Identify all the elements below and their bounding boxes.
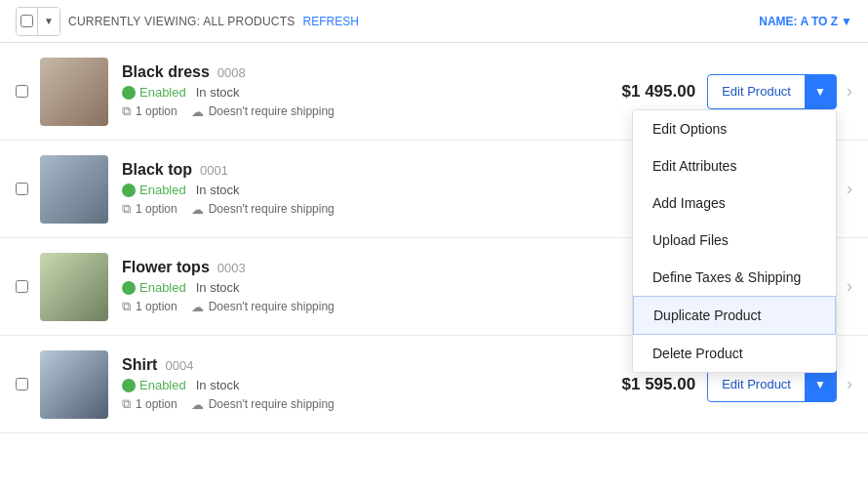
product-shipping: ☁ Doesn't require shipping — [191, 104, 335, 119]
status-dot-icon — [122, 281, 136, 295]
product-status: Enabled — [122, 183, 186, 197]
dropdown-item-edit-attributes[interactable]: Edit Attributes — [633, 147, 836, 184]
product-code: 0003 — [217, 261, 246, 275]
edit-product-dropdown-toggle[interactable]: ▼ — [805, 75, 836, 108]
dropdown-item-define-taxes[interactable]: Define Taxes & Shipping — [633, 259, 836, 296]
status-dot-icon — [122, 184, 136, 197]
edit-product-button[interactable]: Edit Product — [708, 77, 805, 105]
shipping-icon: ☁ — [191, 202, 204, 217]
product-image — [40, 58, 108, 126]
table-row: Black dress 0008 Enabled In stock ⧉ 1 op… — [0, 43, 868, 141]
edit-product-button[interactable]: Edit Product — [708, 370, 805, 398]
product-shipping: ☁ Doesn't require shipping — [191, 300, 335, 314]
dropdown-item-upload-files[interactable]: Upload Files — [633, 222, 836, 259]
shipping-label: Doesn't require shipping — [209, 397, 335, 411]
product-info: Flower tops 0003 Enabled In stock ⧉ 1 op… — [122, 259, 677, 314]
dropdown-item-add-images[interactable]: Add Images — [633, 184, 836, 222]
product-shipping: ☁ Doesn't require shipping — [191, 202, 335, 217]
top-bar: ▼ CURRENTLY VIEWING: ALL PRODUCTS REFRES… — [0, 0, 868, 43]
product-code: 0008 — [217, 65, 246, 80]
product-image — [40, 253, 108, 321]
top-bar-left: ▼ CURRENTLY VIEWING: ALL PRODUCTS REFRES… — [16, 7, 359, 36]
product-options: ⧉ 1 option — [122, 103, 178, 119]
product-image — [40, 155, 108, 224]
row-chevron-icon[interactable]: › — [847, 276, 852, 297]
options-icon: ⧉ — [122, 396, 131, 412]
refresh-link[interactable]: REFRESH — [303, 15, 359, 28]
options-icon: ⧉ — [122, 103, 131, 119]
options-label: 1 option — [136, 104, 178, 118]
product-info: Shirt 0004 Enabled In stock ⧉ 1 option ☁… — [122, 356, 622, 412]
select-all-input[interactable] — [20, 15, 33, 27]
edit-button-group: Edit Product ▼ Edit Options Edit Attribu… — [707, 74, 837, 109]
edit-product-dropdown-toggle[interactable]: ▼ — [805, 368, 836, 401]
row-chevron-icon[interactable]: › — [847, 81, 852, 102]
row-checkbox[interactable] — [16, 378, 28, 390]
row-checkbox[interactable] — [16, 280, 28, 293]
row-chevron-icon[interactable]: › — [847, 374, 852, 394]
product-code: 0001 — [200, 163, 228, 178]
product-stock: In stock — [196, 85, 240, 100]
product-options: ⧉ 1 option — [122, 201, 178, 217]
product-stock: In stock — [196, 378, 240, 392]
product-name: Flower tops — [122, 259, 210, 276]
dropdown-item-edit-options[interactable]: Edit Options — [633, 110, 836, 147]
product-code: 0004 — [165, 358, 193, 373]
options-icon: ⧉ — [122, 201, 131, 217]
shipping-label: Doesn't require shipping — [209, 300, 335, 313]
sort-button[interactable]: NAME: A TO Z ▼ — [759, 15, 852, 28]
product-stock: In stock — [196, 183, 240, 197]
shipping-icon: ☁ — [191, 300, 204, 314]
status-dot-icon — [122, 86, 136, 100]
options-icon: ⧉ — [122, 299, 131, 314]
product-info: Black top 0001 Enabled In stock ⧉ 1 opti… — [122, 161, 677, 217]
shipping-icon: ☁ — [191, 104, 204, 119]
row-checkbox[interactable] — [16, 183, 28, 195]
shipping-label: Doesn't require shipping — [209, 104, 335, 118]
select-all-dropdown[interactable]: ▼ — [16, 7, 60, 36]
shipping-icon: ☁ — [191, 397, 204, 412]
options-label: 1 option — [136, 300, 178, 313]
product-list: Black dress 0008 Enabled In stock ⧉ 1 op… — [0, 43, 868, 492]
dropdown-item-delete-product[interactable]: Delete Product — [633, 335, 836, 372]
product-price: $1 595.00 — [622, 375, 696, 394]
edit-product-btn-group[interactable]: Edit Product ▼ — [707, 74, 837, 109]
product-shipping: ☁ Doesn't require shipping — [191, 397, 335, 412]
product-options: ⧉ 1 option — [122, 396, 178, 412]
product-status: Enabled — [122, 85, 186, 100]
product-info: Black dress 0008 Enabled In stock ⧉ 1 op… — [122, 63, 622, 119]
sort-label: NAME: A TO Z — [759, 15, 838, 28]
product-stock: In stock — [196, 280, 240, 295]
select-all-arrow[interactable]: ▼ — [38, 8, 59, 35]
product-options: ⧉ 1 option — [122, 299, 178, 314]
options-label: 1 option — [136, 397, 178, 411]
viewing-label: CURRENTLY VIEWING: ALL PRODUCTS — [68, 15, 296, 28]
options-label: 1 option — [136, 202, 178, 216]
sort-arrow-icon: ▼ — [841, 15, 852, 28]
product-status: Enabled — [122, 280, 186, 295]
product-price: $1 495.00 — [622, 82, 696, 102]
edit-product-dropdown-menu: Edit Options Edit Attributes Add Images … — [632, 109, 837, 373]
row-checkbox[interactable] — [16, 85, 28, 98]
dropdown-item-duplicate-product[interactable]: Duplicate Product — [633, 296, 836, 335]
row-chevron-icon[interactable]: › — [847, 179, 852, 199]
product-image — [40, 350, 108, 419]
product-name: Black dress — [122, 63, 210, 81]
product-name: Black top — [122, 161, 192, 179]
product-name: Shirt — [122, 356, 157, 374]
product-status: Enabled — [122, 378, 186, 392]
status-dot-icon — [122, 379, 136, 392]
shipping-label: Doesn't require shipping — [209, 202, 335, 216]
select-all-checkbox[interactable] — [17, 8, 38, 35]
